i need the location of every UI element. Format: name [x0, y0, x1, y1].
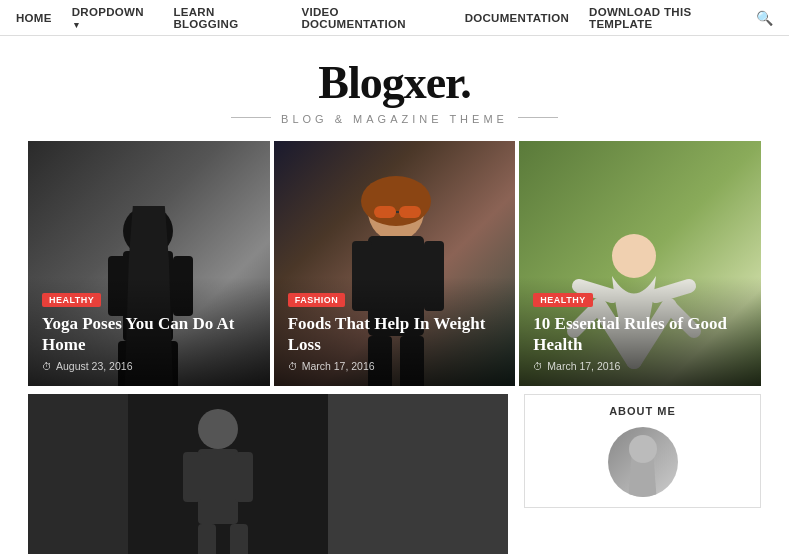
svg-rect-31: [28, 394, 128, 554]
svg-rect-14: [374, 206, 396, 218]
about-label: ABOUT ME: [535, 405, 750, 417]
nav-video-doc[interactable]: VIDEO DOCUMENTATION: [301, 6, 444, 30]
avatar-head: [629, 435, 657, 463]
card-meta-2: ⏱ March 17, 2016: [288, 360, 502, 372]
about-widget: ABOUT ME: [524, 394, 761, 508]
card-overlay-3: HEALTHY 10 Essential Rules of Good Healt…: [519, 277, 761, 387]
chevron-down-icon: ▾: [74, 20, 79, 30]
search-icon[interactable]: 🔍: [756, 10, 773, 26]
badge-2: FASHION: [288, 293, 346, 307]
clock-icon-2: ⏱: [288, 361, 298, 372]
svg-point-1: [123, 206, 173, 256]
svg-point-17: [612, 234, 656, 278]
svg-rect-32: [328, 394, 508, 554]
svg-rect-29: [198, 524, 216, 554]
svg-point-13: [361, 176, 431, 226]
svg-point-25: [198, 409, 238, 449]
card-title-2: Foods That Help In Weight Loss: [288, 313, 502, 356]
lower-section: ABOUT ME: [28, 394, 761, 554]
svg-rect-30: [230, 524, 248, 554]
clock-icon: ⏱: [42, 361, 52, 372]
nav-home[interactable]: HOME: [16, 12, 52, 24]
featured-card-1[interactable]: HEALTHY Yoga Poses You Can Do At Home ⏱ …: [28, 141, 270, 386]
featured-grid: HEALTHY Yoga Poses You Can Do At Home ⏱ …: [28, 141, 761, 386]
badge-3: HEALTHY: [533, 293, 592, 307]
svg-rect-28: [235, 452, 253, 502]
featured-card-2[interactable]: FASHION Foods That Help In Weight Loss ⏱…: [274, 141, 516, 386]
lower-main-card: [28, 394, 508, 554]
clock-icon-3: ⏱: [533, 361, 543, 372]
lower-image: [28, 394, 508, 554]
site-subtitle: BLOG & MAGAZINE THEME: [281, 113, 508, 125]
svg-rect-26: [198, 449, 238, 524]
main-nav: HOME DROPDOWN ▾ LEARN BLOGGING VIDEO DOC…: [0, 0, 789, 36]
avatar: [608, 427, 678, 497]
card-title-1: Yoga Poses You Can Do At Home: [42, 313, 256, 356]
card-overlay-2: FASHION Foods That Help In Weight Loss ⏱…: [274, 277, 516, 387]
nav-learn-blogging[interactable]: LEARN BLOGGING: [173, 6, 281, 30]
nav-dropdown[interactable]: DROPDOWN ▾: [72, 6, 154, 30]
svg-rect-27: [183, 452, 201, 502]
site-header: Blogxer. BLOG & MAGAZINE THEME: [0, 36, 789, 141]
card-title-3: 10 Essential Rules of Good Health: [533, 313, 747, 356]
nav-documentation[interactable]: DOCUMENTATION: [465, 12, 569, 24]
lower-sidebar: ABOUT ME: [524, 394, 761, 554]
site-title: Blogxer.: [0, 56, 789, 109]
nav-links: HOME DROPDOWN ▾ LEARN BLOGGING VIDEO DOC…: [16, 6, 756, 30]
lower-card[interactable]: [28, 394, 508, 554]
badge-1: HEALTHY: [42, 293, 101, 307]
featured-card-3[interactable]: HEALTHY 10 Essential Rules of Good Healt…: [519, 141, 761, 386]
card-meta-3: ⏱ March 17, 2016: [533, 360, 747, 372]
svg-rect-15: [399, 206, 421, 218]
card-meta-1: ⏱ August 23, 2016: [42, 360, 256, 372]
card-overlay-1: HEALTHY Yoga Poses You Can Do At Home ⏱ …: [28, 277, 270, 387]
nav-download[interactable]: DOWNLOAD THIS TEMPLATE: [589, 6, 756, 30]
